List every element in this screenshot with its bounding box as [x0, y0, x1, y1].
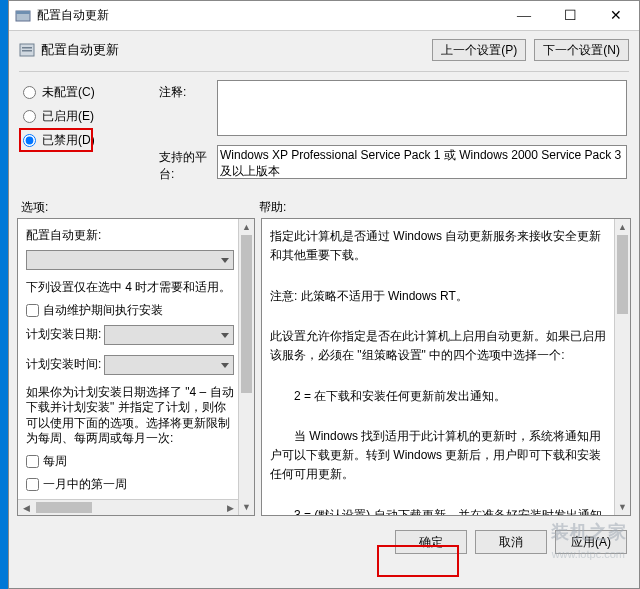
divider	[19, 71, 629, 72]
scroll-thumb[interactable]	[36, 502, 92, 513]
update-mode-combo[interactable]	[26, 250, 234, 270]
svg-rect-3	[22, 47, 32, 49]
radio-label: 未配置(C)	[42, 84, 95, 101]
options-header: 配置自动更新:	[26, 227, 234, 244]
maintenance-install-checkbox[interactable]: 自动维护期间执行安装	[26, 302, 234, 319]
svg-rect-4	[22, 50, 32, 52]
help-text: 此设置允许你指定是否在此计算机上启用自动更新。如果已启用该服务，必须在 "组策略…	[270, 327, 608, 365]
svg-rect-1	[16, 11, 30, 14]
checkbox-label: 一月中的第一周	[43, 476, 127, 493]
checkbox-label: 每周	[43, 453, 67, 470]
ok-button[interactable]: 确定	[395, 530, 467, 554]
policy-editor-window: 配置自动更新 — ☐ ✕ 配置自动更新 上一个设置(P) 下一个设置(N) 未配…	[8, 0, 640, 589]
radio-input-disabled[interactable]	[23, 134, 36, 147]
radio-input-enabled[interactable]	[23, 110, 36, 123]
window-title: 配置自动更新	[37, 7, 501, 24]
help-vertical-scrollbar[interactable]: ▲ ▼	[614, 219, 630, 515]
scroll-up-arrow-icon[interactable]: ▲	[239, 219, 254, 235]
help-text: 3 = (默认设置) 自动下载更新，并在准备好安装时发出通知	[270, 506, 608, 516]
app-icon	[15, 8, 31, 24]
scroll-thumb[interactable]	[617, 235, 628, 314]
help-text: 注意: 此策略不适用于 Windows RT。	[270, 287, 608, 306]
help-section-label: 帮助:	[259, 199, 286, 216]
radio-label: 已启用(E)	[42, 108, 94, 125]
checkbox-input[interactable]	[26, 478, 39, 491]
radio-disabled[interactable]: 已禁用(D)	[23, 128, 159, 152]
install-day-combo[interactable]	[104, 325, 234, 345]
scroll-up-arrow-icon[interactable]: ▲	[615, 219, 630, 235]
prev-setting-button[interactable]: 上一个设置(P)	[432, 39, 526, 61]
scroll-thumb[interactable]	[241, 235, 252, 393]
radio-not-configured[interactable]: 未配置(C)	[23, 80, 159, 104]
weekly-checkbox[interactable]: 每周	[26, 453, 234, 470]
policy-title: 配置自动更新	[41, 41, 432, 59]
options-note: 下列设置仅在选中 4 时才需要和适用。	[26, 280, 234, 296]
minimize-button[interactable]: —	[501, 1, 547, 30]
maximize-button[interactable]: ☐	[547, 1, 593, 30]
comment-label: 注释:	[159, 80, 217, 101]
scroll-down-arrow-icon[interactable]: ▼	[239, 499, 254, 515]
help-text: 指定此计算机是否通过 Windows 自动更新服务来接收安全更新和其他重要下载。	[270, 227, 608, 265]
options-horizontal-scrollbar[interactable]: ◀ ▶	[18, 499, 238, 515]
radio-enabled[interactable]: 已启用(E)	[23, 104, 159, 128]
help-text: 2 = 在下载和安装任何更新前发出通知。	[270, 387, 608, 406]
scroll-left-arrow-icon[interactable]: ◀	[18, 500, 34, 515]
cancel-button[interactable]: 取消	[475, 530, 547, 554]
platform-label: 支持的平台:	[159, 145, 217, 183]
checkbox-input[interactable]	[26, 455, 39, 468]
checkbox-input[interactable]	[26, 304, 39, 317]
radio-label: 已禁用(D)	[42, 132, 95, 149]
subheader: 配置自动更新 上一个设置(P) 下一个设置(N)	[9, 31, 639, 67]
help-panel: 指定此计算机是否通过 Windows 自动更新服务来接收安全更新和其他重要下载。…	[261, 218, 631, 516]
policy-icon	[19, 42, 35, 58]
titlebar: 配置自动更新 — ☐ ✕	[9, 1, 639, 31]
checkbox-label: 自动维护期间执行安装	[43, 302, 163, 319]
help-text: 当 Windows 找到适用于此计算机的更新时，系统将通知用户可以下载更新。转到…	[270, 427, 608, 485]
next-setting-button[interactable]: 下一个设置(N)	[534, 39, 629, 61]
options-vertical-scrollbar[interactable]: ▲ ▼	[238, 219, 254, 515]
install-time-combo[interactable]	[104, 355, 234, 375]
options-schedule-note: 如果你为计划安装日期选择了 "4 – 自动下载并计划安装" 并指定了计划，则你可…	[26, 385, 234, 447]
options-panel: 配置自动更新: 下列设置仅在选中 4 时才需要和适用。 自动维护期间执行安装 计…	[17, 218, 255, 516]
radio-input-not-configured[interactable]	[23, 86, 36, 99]
close-button[interactable]: ✕	[593, 1, 639, 30]
comment-textarea[interactable]	[217, 80, 627, 136]
install-time-label: 计划安装时间:	[26, 356, 104, 373]
install-day-label: 计划安装日期:	[26, 326, 104, 343]
scroll-down-arrow-icon[interactable]: ▼	[615, 499, 630, 515]
apply-button[interactable]: 应用(A)	[555, 530, 627, 554]
scroll-right-arrow-icon[interactable]: ▶	[222, 500, 238, 515]
options-section-label: 选项:	[21, 199, 259, 216]
supported-platform-box: Windows XP Professional Service Pack 1 或…	[217, 145, 627, 179]
first-week-checkbox[interactable]: 一月中的第一周	[26, 476, 234, 493]
state-radio-group: 未配置(C) 已启用(E) 已禁用(D)	[9, 80, 159, 189]
window-controls: — ☐ ✕	[501, 1, 639, 30]
dialog-footer: 确定 取消 应用(A)	[9, 516, 639, 566]
